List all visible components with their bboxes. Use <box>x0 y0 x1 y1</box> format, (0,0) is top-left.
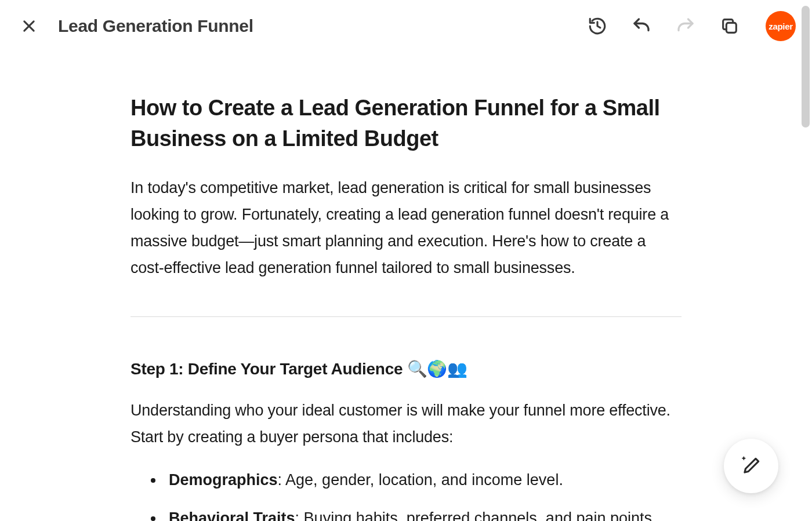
toolbar: Lead Generation Funnel <box>0 0 812 52</box>
history-button[interactable] <box>585 13 610 39</box>
redo-button[interactable] <box>673 13 698 39</box>
step-1-paragraph: Understanding who your ideal customer is… <box>130 398 682 451</box>
svg-rect-2 <box>726 23 736 32</box>
undo-button[interactable] <box>629 13 654 39</box>
list-item-rest: : Age, gender, location, and income leve… <box>278 471 563 489</box>
list-item: Behavioral Traits: Buying habits, prefer… <box>164 505 682 521</box>
avatar[interactable]: zapier <box>766 11 796 41</box>
redo-icon <box>675 16 696 37</box>
undo-icon <box>631 16 652 37</box>
document-body: How to Create a Lead Generation Funnel f… <box>125 93 687 521</box>
intro-paragraph: In today's competitive market, lead gene… <box>130 175 682 282</box>
close-button[interactable] <box>16 13 42 39</box>
toolbar-actions: zapier <box>585 11 796 41</box>
step-1-list: Demographics: Age, gender, location, and… <box>130 467 682 521</box>
divider <box>130 316 682 317</box>
content-area[interactable]: How to Create a Lead Generation Funnel f… <box>0 52 812 521</box>
list-item-term: Behavioral Traits <box>169 509 295 521</box>
sparkle-pencil-icon <box>740 455 762 477</box>
document-heading: How to Create a Lead Generation Funnel f… <box>130 93 682 154</box>
list-item-term: Demographics <box>169 471 278 489</box>
copy-icon <box>720 16 740 36</box>
copy-button[interactable] <box>717 13 742 39</box>
history-icon <box>588 16 607 36</box>
step-1-heading: Step 1: Define Your Target Audience 🔍🌍👥 <box>130 358 682 380</box>
close-icon <box>21 18 37 34</box>
edit-fab[interactable] <box>724 439 778 493</box>
list-item-rest: : Buying habits, preferred channels, and… <box>295 509 657 521</box>
document-title: Lead Generation Funnel <box>58 16 253 36</box>
list-item: Demographics: Age, gender, location, and… <box>164 467 682 494</box>
scrollbar-thumb[interactable] <box>802 6 810 127</box>
